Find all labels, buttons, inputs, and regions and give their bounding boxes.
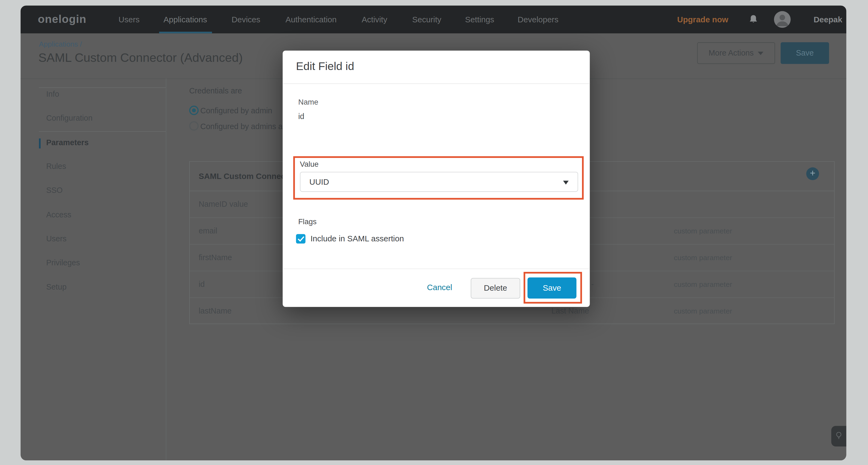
row-name: email bbox=[199, 226, 217, 235]
upgrade-now-link[interactable]: Upgrade now bbox=[677, 15, 728, 24]
row-name: lastName bbox=[199, 306, 232, 315]
user-avatar[interactable] bbox=[774, 11, 790, 28]
flags-label: Flags bbox=[298, 218, 316, 226]
sidebar-divider bbox=[166, 78, 166, 460]
sidebar-item-info[interactable]: Info bbox=[46, 90, 59, 101]
row-type: custom parameter bbox=[674, 280, 732, 289]
radio-configured-by-admin-label[interactable]: Configured by admin bbox=[200, 106, 272, 115]
header-save-button[interactable]: Save bbox=[781, 42, 829, 64]
radio-configured-by-admins-users-label[interactable]: Configured by admins a bbox=[200, 122, 283, 131]
cancel-button[interactable]: Cancel bbox=[422, 283, 458, 292]
include-in-saml-checkbox[interactable] bbox=[296, 234, 306, 243]
row-value: Last Name bbox=[552, 306, 589, 315]
radio-configured-by-admins-users[interactable] bbox=[189, 121, 199, 131]
sidebar-item-configuration[interactable]: Configuration bbox=[46, 113, 92, 125]
row-name: NameID value bbox=[199, 200, 248, 209]
modal-title: Edit Field id bbox=[296, 60, 354, 73]
include-in-saml-label[interactable]: Include in SAML assertion bbox=[311, 234, 404, 243]
row-type: custom parameter bbox=[674, 254, 732, 262]
nav-item-security[interactable]: Security bbox=[412, 15, 441, 24]
nav-item-users[interactable]: Users bbox=[119, 15, 140, 24]
value-selected-option: UUID bbox=[309, 177, 329, 186]
notifications-bell-icon[interactable] bbox=[747, 13, 760, 26]
sidebar-item-rules[interactable]: Rules bbox=[46, 162, 66, 173]
sidebar-item-users[interactable]: Users bbox=[46, 234, 66, 245]
top-nav: onelogin Users Applications Devices Auth… bbox=[21, 5, 846, 33]
nav-item-devices[interactable]: Devices bbox=[231, 15, 260, 24]
modal-footer-divider bbox=[283, 269, 590, 269]
name-value: id bbox=[298, 112, 304, 121]
row-name: id bbox=[199, 280, 205, 289]
edit-field-modal: Edit Field id Name id Value UUID Flags I… bbox=[283, 51, 590, 307]
radio-configured-by-admin[interactable] bbox=[189, 106, 199, 115]
active-tab-underline bbox=[159, 32, 212, 33]
nav-item-developers[interactable]: Developers bbox=[518, 15, 559, 24]
user-name[interactable]: Deepak bbox=[813, 15, 842, 24]
breadcrumb[interactable]: Applications / bbox=[39, 40, 82, 48]
highlight-value-box: Value UUID bbox=[293, 156, 584, 200]
sidebar-separator-parameters bbox=[39, 131, 166, 132]
screenshot-stage: onelogin Users Applications Devices Auth… bbox=[0, 0, 868, 465]
more-actions-label: More Actions bbox=[709, 48, 753, 58]
highlight-save-box bbox=[524, 272, 582, 303]
sidebar-item-sso[interactable]: SSO bbox=[46, 186, 62, 197]
row-name: firstName bbox=[199, 253, 232, 262]
nav-item-activity[interactable]: Activity bbox=[362, 15, 388, 24]
sidebar-item-parameters[interactable]: Parameters bbox=[46, 138, 89, 149]
sidebar-separator-top bbox=[39, 87, 166, 88]
row-type: custom parameter bbox=[674, 307, 732, 315]
onelogin-logo[interactable]: onelogin bbox=[38, 13, 86, 26]
nav-item-settings[interactable]: Settings bbox=[465, 15, 494, 24]
page-title: SAML Custom Connector (Advanced) bbox=[38, 51, 243, 65]
value-label: Value bbox=[300, 160, 318, 169]
chevron-down-icon bbox=[758, 52, 764, 55]
value-select[interactable]: UUID bbox=[300, 172, 578, 192]
nav-item-applications[interactable]: Applications bbox=[163, 15, 207, 24]
help-hint-button[interactable] bbox=[831, 426, 846, 446]
sidebar-item-access[interactable]: Access bbox=[46, 210, 71, 222]
modal-header-divider bbox=[283, 84, 590, 84]
row-type: custom parameter bbox=[674, 227, 732, 235]
parameters-table-title: SAML Custom Connecto bbox=[199, 172, 293, 181]
add-parameter-button[interactable]: + bbox=[806, 167, 819, 180]
nav-item-authentication[interactable]: Authentication bbox=[285, 15, 337, 24]
sidebar-item-setup[interactable]: Setup bbox=[46, 283, 66, 294]
sidebar-active-indicator bbox=[39, 138, 41, 148]
lightbulb-icon bbox=[834, 431, 844, 440]
credentials-label: Credentials are bbox=[189, 86, 242, 95]
name-label: Name bbox=[298, 98, 318, 106]
select-caret-icon bbox=[563, 180, 569, 185]
more-actions-button[interactable]: More Actions bbox=[697, 42, 775, 64]
delete-button[interactable]: Delete bbox=[471, 278, 520, 299]
sidebar-item-privileges[interactable]: Privileges bbox=[46, 258, 80, 269]
